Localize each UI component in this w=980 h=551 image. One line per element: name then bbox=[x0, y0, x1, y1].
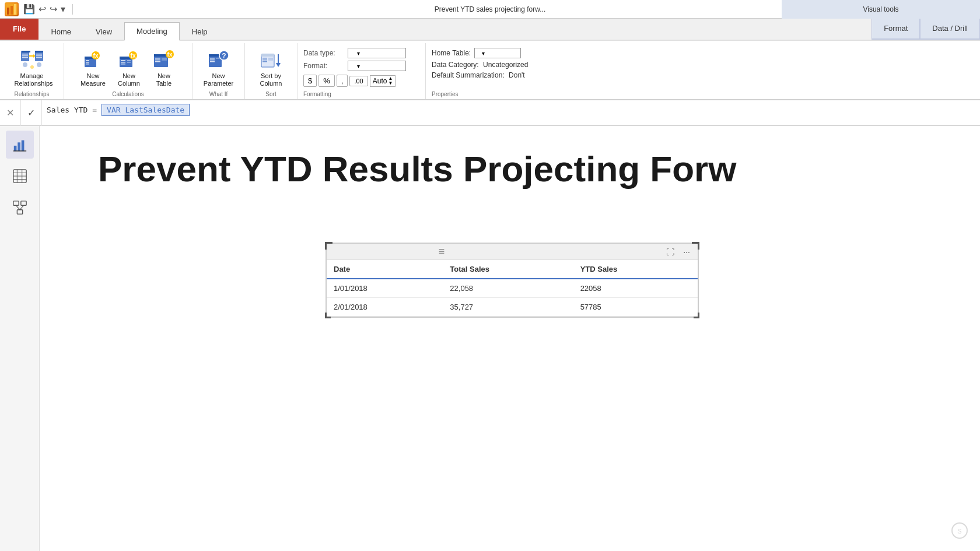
save-icon[interactable]: 💾 bbox=[23, 3, 35, 15]
svg-text:fx: fx bbox=[130, 52, 135, 59]
svg-rect-3 bbox=[14, 4, 16, 15]
sort-group-label: Sort bbox=[265, 90, 276, 99]
tab-file[interactable]: File bbox=[0, 17, 38, 40]
auto-label: Auto bbox=[373, 77, 387, 85]
expand-icon[interactable]: ⛶ bbox=[664, 245, 677, 258]
svg-rect-38 bbox=[155, 59, 160, 61]
tab-format[interactable]: Format bbox=[872, 17, 920, 40]
svg-marker-60 bbox=[276, 63, 281, 67]
more-options-icon[interactable]: ··· bbox=[680, 245, 693, 258]
new-parameter-icon: ? bbox=[206, 48, 230, 71]
svg-rect-13 bbox=[36, 57, 42, 58]
svg-rect-41 bbox=[162, 59, 167, 61]
dropdown-icon[interactable]: ▾ bbox=[61, 3, 65, 15]
svg-rect-57 bbox=[268, 58, 273, 59]
new-parameter-button[interactable]: ? New Parameter bbox=[199, 45, 238, 90]
svg-rect-62 bbox=[18, 143, 20, 152]
formula-code[interactable]: VAR LastSalesDate bbox=[102, 104, 190, 116]
sort-by-column-icon bbox=[260, 48, 283, 71]
main-layout: Prevent YTD Results Projecting Forw ≡ ⛶ … bbox=[0, 126, 980, 551]
svg-text:fx: fx bbox=[93, 52, 99, 59]
decimal-button[interactable]: .00 bbox=[349, 76, 368, 86]
new-column-button[interactable]: fx New Column bbox=[113, 45, 145, 90]
new-measure-icon: fx bbox=[81, 48, 104, 71]
svg-rect-2 bbox=[10, 6, 13, 15]
svg-rect-28 bbox=[121, 60, 125, 61]
new-parameter-label: New Parameter bbox=[204, 72, 233, 87]
format-row: Format: bbox=[303, 61, 419, 71]
sidebar-icon-report[interactable] bbox=[6, 131, 34, 159]
redo-icon[interactable]: ↪ bbox=[50, 3, 57, 15]
formatting-group-label: Formatting bbox=[303, 89, 331, 99]
svg-text:fx: fx bbox=[167, 51, 172, 58]
tab-home[interactable]: Home bbox=[38, 22, 83, 41]
col-date: Date bbox=[327, 260, 443, 279]
default-summarization-text: Default Summarization: Don't bbox=[432, 71, 525, 79]
manage-rel-icon bbox=[20, 48, 44, 71]
formula-confirm-button[interactable]: ✓ bbox=[21, 100, 42, 126]
svg-rect-64 bbox=[13, 151, 26, 152]
home-table-label: Home Table: bbox=[432, 49, 471, 57]
rel-group-label: Relationships bbox=[14, 90, 49, 99]
svg-rect-48 bbox=[210, 61, 215, 62]
svg-rect-29 bbox=[121, 62, 125, 63]
percent-button[interactable]: % bbox=[318, 75, 335, 87]
undo-icon[interactable]: ↩ bbox=[38, 3, 46, 15]
currency-button[interactable]: $ bbox=[303, 75, 317, 87]
new-measure-button[interactable]: fx New Measure bbox=[76, 45, 110, 90]
subscribe-watermark: S bbox=[951, 522, 968, 539]
ribbon-group-properties: Home Table: Data Category: Uncategorized… bbox=[426, 43, 589, 99]
table-scroll[interactable]: Date Total Sales YTD Sales 1/01/2018 22,… bbox=[327, 260, 698, 317]
svg-point-18 bbox=[37, 62, 41, 67]
data-type-label: Data type: bbox=[303, 49, 344, 57]
manage-relationships-button[interactable]: Manage Relationships bbox=[10, 45, 54, 90]
ribbon-group-calculations: fx New Measure bbox=[64, 43, 192, 99]
svg-rect-54 bbox=[262, 58, 267, 59]
sort-by-column-button[interactable]: Sort by Column bbox=[255, 45, 288, 90]
comma-button[interactable]: , bbox=[337, 75, 348, 87]
svg-rect-40 bbox=[162, 58, 167, 59]
table-visual[interactable]: ≡ ⛶ ··· Date Total Sales YTD Sales bbox=[326, 243, 699, 318]
default-summarization-row: Default Summarization: Don't bbox=[432, 71, 583, 79]
properties-group-label: Properties bbox=[432, 89, 459, 99]
svg-rect-31 bbox=[127, 60, 131, 61]
svg-marker-15 bbox=[33, 54, 35, 58]
col-total-sales: Total Sales bbox=[443, 260, 573, 279]
cancel-icon: ✕ bbox=[6, 107, 14, 118]
svg-rect-32 bbox=[127, 62, 131, 63]
tab-view[interactable]: View bbox=[83, 22, 124, 41]
svg-rect-46 bbox=[210, 58, 215, 59]
separator bbox=[72, 4, 73, 15]
svg-rect-6 bbox=[22, 54, 28, 55]
new-measure-label: New Measure bbox=[80, 72, 106, 87]
svg-rect-30 bbox=[121, 64, 125, 65]
format-dropdown[interactable] bbox=[348, 61, 406, 71]
cell-total-sales-2: 35,727 bbox=[443, 298, 573, 317]
tab-data-drill[interactable]: Data / Drill bbox=[920, 17, 980, 40]
home-table-dropdown[interactable] bbox=[474, 48, 521, 58]
formula-cancel-button[interactable]: ✕ bbox=[0, 100, 21, 126]
whatif-buttons: ? New Parameter bbox=[199, 45, 238, 90]
svg-rect-53 bbox=[261, 54, 274, 57]
svg-rect-56 bbox=[262, 61, 267, 62]
cell-ytd-sales-1: 22058 bbox=[573, 279, 698, 298]
svg-rect-8 bbox=[22, 57, 28, 58]
svg-rect-61 bbox=[13, 146, 16, 151]
formula-content: Sales YTD = VAR LastSalesDate bbox=[42, 100, 980, 126]
app-logo bbox=[5, 2, 19, 16]
new-table-button[interactable]: fx New Table bbox=[148, 45, 180, 90]
calc-buttons: fx New Measure bbox=[76, 45, 180, 90]
svg-rect-47 bbox=[210, 59, 215, 61]
data-type-dropdown[interactable] bbox=[348, 48, 406, 58]
drag-handle-icon: ≡ bbox=[439, 245, 445, 258]
spin-buttons[interactable]: ▲ ▼ bbox=[388, 76, 393, 86]
auto-box: Auto ▲ ▼ bbox=[370, 75, 396, 87]
sidebar-icon-data[interactable] bbox=[6, 162, 34, 190]
sidebar-icon-model[interactable] bbox=[6, 194, 34, 222]
sidebar bbox=[0, 126, 40, 551]
table-row: 2/01/2018 35,727 57785 bbox=[327, 298, 698, 317]
ribbon-group-formatting: Data type: Format: $ % , .00 Auto bbox=[298, 43, 426, 99]
report-title: Prevent YTD Results Projecting Forw bbox=[40, 126, 980, 201]
tab-help[interactable]: Help bbox=[180, 22, 220, 41]
tab-modeling[interactable]: Modeling bbox=[124, 22, 180, 41]
